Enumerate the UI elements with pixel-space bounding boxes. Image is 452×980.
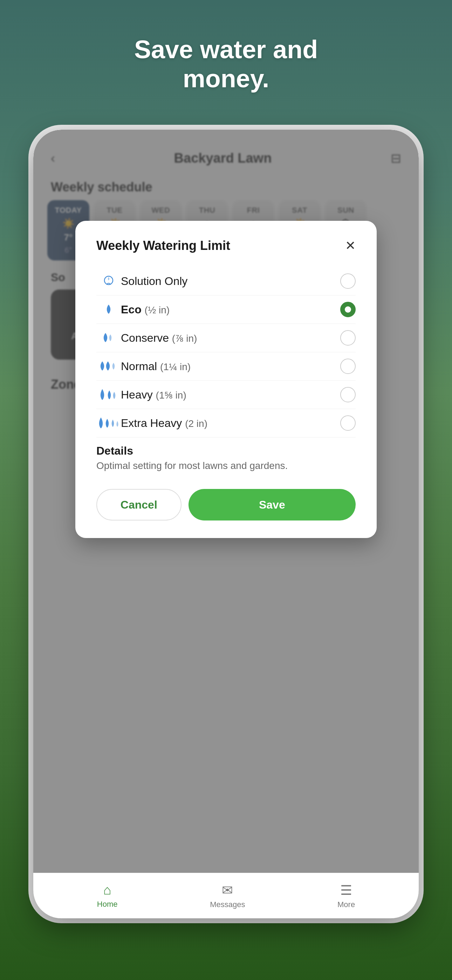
phone-frame: ‹ Backyard Lawn ⊟ Weekly schedule TODAY … [33,130,419,918]
eco-icon [96,302,121,317]
option-unit: (⅞ in) [172,333,197,344]
nav-more[interactable]: ☰ More [337,883,355,909]
app-screen: ‹ Backyard Lawn ⊟ Weekly schedule TODAY … [33,130,419,918]
conserve-icon [96,331,121,345]
radio-inner [345,306,351,313]
option-extra-heavy[interactable]: Extra Heavy (2 in) [96,409,356,438]
option-eco[interactable]: Eco (½ in) [96,296,356,324]
nav-messages[interactable]: ✉ Messages [210,883,245,909]
radio-extra-heavy[interactable] [340,415,356,431]
modal-title: Weekly Watering Limit [96,238,230,253]
radio-normal[interactable] [340,359,356,374]
nav-more-label: More [337,900,355,909]
solution-only-icon [96,274,121,288]
messages-icon: ✉ [222,883,233,898]
headline-line1: Save water and [134,35,318,64]
headline: Save water and money. [0,35,452,93]
option-label: Conserve (⅞ in) [121,332,340,345]
radio-conserve[interactable] [340,330,356,345]
headline-line2: money. [183,65,269,92]
modal-header: Weekly Watering Limit ✕ [96,238,356,253]
more-icon: ☰ [340,883,352,898]
details-section: Details Optimal setting for most lawns a… [96,438,356,482]
option-normal[interactable]: Normal (1¼ in) [96,352,356,381]
nav-home-label: Home [97,900,118,909]
normal-icon [96,359,121,373]
bottom-nav: ⌂ Home ✉ Messages ☰ More [33,873,419,918]
option-unit: (1⅝ in) [156,390,186,401]
option-unit: (1¼ in) [160,361,191,372]
radio-eco[interactable] [340,302,356,317]
nav-messages-label: Messages [210,900,245,909]
option-unit: (½ in) [145,305,170,315]
details-title: Details [96,444,356,457]
option-label: Extra Heavy (2 in) [121,417,340,430]
weekly-watering-limit-modal: Weekly Watering Limit ✕ Solution Only [75,221,377,538]
option-label: Eco (½ in) [121,303,340,316]
home-icon: ⌂ [103,883,111,897]
option-label: Solution Only [121,275,340,288]
save-button[interactable]: Save [188,489,356,520]
heavy-icon [96,388,121,402]
radio-solution-only[interactable] [340,274,356,289]
option-solution-only[interactable]: Solution Only [96,267,356,296]
option-conserve[interactable]: Conserve (⅞ in) [96,324,356,352]
modal-buttons: Cancel Save [96,489,356,520]
option-label: Heavy (1⅝ in) [121,388,340,401]
option-unit: (2 in) [185,418,207,429]
option-label: Normal (1¼ in) [121,360,340,373]
nav-home[interactable]: ⌂ Home [97,883,118,909]
extra-heavy-icon [96,416,121,430]
cancel-button[interactable]: Cancel [96,489,181,520]
details-text: Optimal setting for most lawns and garde… [96,460,356,471]
modal-overlay: Weekly Watering Limit ✕ Solution Only [33,130,419,918]
close-icon[interactable]: ✕ [345,239,356,252]
option-heavy[interactable]: Heavy (1⅝ in) [96,381,356,409]
radio-heavy[interactable] [340,387,356,402]
